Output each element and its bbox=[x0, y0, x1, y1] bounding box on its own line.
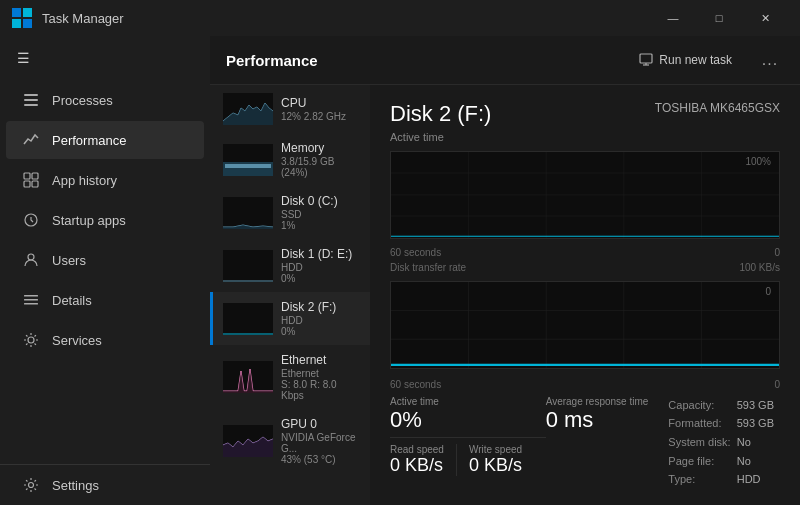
memory-name: Memory bbox=[281, 141, 360, 155]
users-label: Users bbox=[52, 253, 86, 268]
perf-item-disk0[interactable]: Disk 0 (C:) SSD 1% bbox=[210, 186, 370, 239]
disk1-sub: HDD bbox=[281, 262, 360, 273]
window-title: Task Manager bbox=[42, 11, 650, 26]
run-task-icon bbox=[639, 53, 653, 67]
sidebar: ☰ Processes Performance bbox=[0, 36, 210, 505]
content-area: Performance Run new task ... bbox=[210, 36, 800, 505]
write-speed-label: Write speed bbox=[469, 444, 522, 455]
system-disk-label: System disk: bbox=[668, 433, 736, 452]
detail-title: Disk 2 (F:) bbox=[390, 101, 491, 127]
svg-rect-8 bbox=[32, 173, 38, 179]
svg-rect-23 bbox=[225, 164, 271, 168]
svg-rect-5 bbox=[24, 99, 38, 101]
sidebar-item-startup-apps[interactable]: Startup apps bbox=[6, 201, 204, 239]
disk1-val: 0% bbox=[281, 273, 360, 284]
minimize-button[interactable]: — bbox=[650, 0, 696, 36]
disk2-info: Disk 2 (F:) HDD 0% bbox=[281, 300, 360, 337]
chart1-top-label: 100% bbox=[745, 156, 771, 167]
sidebar-item-performance[interactable]: Performance bbox=[6, 121, 204, 159]
processes-icon bbox=[22, 91, 40, 109]
run-new-task-button[interactable]: Run new task bbox=[631, 49, 740, 71]
services-icon bbox=[22, 331, 40, 349]
memory-mini-chart bbox=[223, 144, 273, 176]
ethernet-info: Ethernet Ethernet S: 8.0 R: 8.0 Kbps bbox=[281, 353, 360, 401]
perf-item-cpu[interactable]: CPU 12% 2.82 GHz bbox=[210, 85, 370, 133]
cpu-info: CPU 12% 2.82 GHz bbox=[281, 96, 360, 122]
perf-item-gpu0[interactable]: GPU 0 NVIDIA GeForce G... 43% (53 °C) bbox=[210, 409, 370, 473]
performance-icon bbox=[22, 131, 40, 149]
sidebar-item-details[interactable]: Details bbox=[6, 281, 204, 319]
avg-response-stat: Average response time 0 ms bbox=[546, 396, 649, 433]
more-options-button[interactable]: ... bbox=[756, 46, 784, 74]
disk0-info: Disk 0 (C:) SSD 1% bbox=[281, 194, 360, 231]
chart1-bottom-labels: 60 seconds 0 bbox=[390, 247, 780, 258]
read-speed-stat: Read speed 0 KB/s bbox=[390, 444, 457, 476]
sidebar-item-services[interactable]: Services bbox=[6, 321, 204, 359]
chart-grid-2 bbox=[391, 282, 779, 368]
sidebar-item-app-history[interactable]: App history bbox=[6, 161, 204, 199]
page-file-value: No bbox=[737, 452, 780, 471]
chart2-x-label: 60 seconds bbox=[390, 379, 441, 390]
detail-header: Disk 2 (F:) TOSHIBA MK6465GSX bbox=[390, 101, 780, 127]
settings-label: Settings bbox=[52, 478, 99, 493]
perf-item-memory[interactable]: Memory 3.8/15.9 GB (24%) bbox=[210, 133, 370, 186]
write-speed-value: 0 KB/s bbox=[469, 455, 522, 476]
maximize-button[interactable]: □ bbox=[696, 0, 742, 36]
ethernet-val: S: 8.0 R: 8.0 Kbps bbox=[281, 379, 360, 401]
services-label: Services bbox=[52, 333, 102, 348]
cpu-sub: 12% 2.82 GHz bbox=[281, 111, 360, 122]
svg-rect-1 bbox=[23, 8, 32, 17]
svg-point-12 bbox=[28, 254, 34, 260]
app-logo bbox=[12, 8, 32, 28]
svg-point-17 bbox=[29, 483, 34, 488]
ethernet-mini-chart bbox=[223, 361, 273, 393]
svg-rect-7 bbox=[24, 173, 30, 179]
disk2-sub: HDD bbox=[281, 315, 360, 326]
chart1-y-min: 0 bbox=[774, 247, 780, 258]
svg-rect-18 bbox=[640, 54, 652, 63]
close-button[interactable]: ✕ bbox=[742, 0, 788, 36]
formatted-label: Formatted: bbox=[668, 414, 736, 433]
sidebar-item-processes[interactable]: Processes bbox=[6, 81, 204, 119]
read-speed-label: Read speed bbox=[390, 444, 444, 455]
svg-rect-15 bbox=[24, 303, 38, 305]
svg-point-16 bbox=[28, 337, 34, 343]
speed-blocks: Read speed 0 KB/s Write speed 0 KB/s bbox=[390, 437, 546, 476]
left-stats: Active time 0% Read speed 0 KB/s Write s… bbox=[390, 396, 546, 476]
active-time-stat-label: Active time bbox=[390, 396, 514, 407]
chart-grid-1 bbox=[391, 152, 779, 238]
disk0-val: 1% bbox=[281, 220, 360, 231]
svg-marker-26 bbox=[223, 437, 273, 457]
users-icon bbox=[22, 251, 40, 269]
chart2-top-label: 0 bbox=[765, 286, 771, 297]
disk0-mini-chart bbox=[223, 197, 273, 229]
svg-rect-2 bbox=[12, 19, 21, 28]
startup-apps-icon bbox=[22, 211, 40, 229]
window-controls: — □ ✕ bbox=[650, 0, 788, 36]
system-disk-value: No bbox=[737, 433, 780, 452]
ethernet-sub: Ethernet bbox=[281, 368, 360, 379]
cpu-mini-chart bbox=[223, 93, 273, 125]
detail-model: TOSHIBA MK6465GSX bbox=[655, 101, 780, 115]
hamburger-button[interactable]: ☰ bbox=[0, 40, 46, 76]
disk2-name: Disk 2 (F:) bbox=[281, 300, 360, 314]
svg-rect-4 bbox=[24, 94, 38, 96]
avg-response-value: 0 ms bbox=[546, 407, 649, 433]
perf-item-disk2[interactable]: Disk 2 (F:) HDD 0% bbox=[210, 292, 370, 345]
performance-label: Performance bbox=[52, 133, 126, 148]
perf-item-ethernet[interactable]: Ethernet Ethernet S: 8.0 R: 8.0 Kbps bbox=[210, 345, 370, 409]
disk0-sub: SSD bbox=[281, 209, 360, 220]
sidebar-item-settings[interactable]: Settings bbox=[6, 466, 204, 504]
type-label: Type: bbox=[668, 470, 736, 489]
startup-apps-label: Startup apps bbox=[52, 213, 126, 228]
chart1-x-label: 60 seconds bbox=[390, 247, 441, 258]
perf-item-disk1[interactable]: Disk 1 (D: E:) HDD 0% bbox=[210, 239, 370, 292]
svg-rect-3 bbox=[23, 19, 32, 28]
detail-panel: Disk 2 (F:) TOSHIBA MK6465GSX Active tim… bbox=[370, 85, 800, 505]
memory-sub: 3.8/15.9 GB (24%) bbox=[281, 156, 360, 178]
disk1-name: Disk 1 (D: E:) bbox=[281, 247, 360, 261]
detail-chart-2: 0 bbox=[390, 281, 780, 369]
sidebar-item-users[interactable]: Users bbox=[6, 241, 204, 279]
gpu0-mini-chart bbox=[223, 425, 273, 457]
disk2-mini-chart bbox=[223, 303, 273, 335]
